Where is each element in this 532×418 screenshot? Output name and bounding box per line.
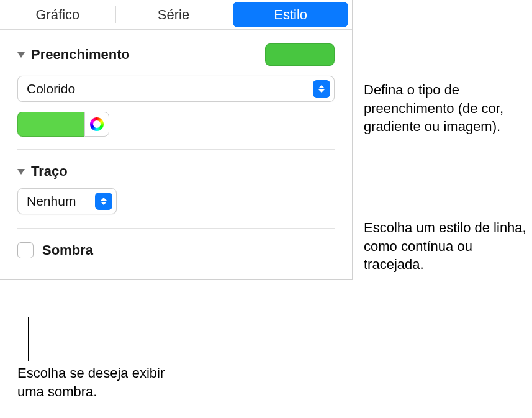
tab-bar: Gráfico Série Estilo	[0, 0, 352, 30]
tab-style-label: Estilo	[274, 7, 307, 23]
callout-shadow: Escolha se deseja exibir uma sombra.	[17, 364, 191, 401]
arrow-down-icon	[318, 89, 325, 93]
stroke-section-title: Traço	[31, 163, 68, 179]
stroke-header-row: Traço	[17, 163, 335, 179]
arrow-up-icon	[318, 85, 325, 88]
fill-header-left: Preenchimento	[17, 47, 130, 63]
callout-line-vertical	[28, 317, 29, 361]
tab-series-label: Série	[158, 7, 189, 23]
fill-swatch-preview[interactable]	[265, 43, 335, 66]
tab-chart[interactable]: Gráfico	[0, 0, 115, 29]
fill-header-row: Preenchimento	[17, 43, 335, 66]
chevron-down-icon[interactable]	[17, 169, 25, 175]
callout-stroke: Escolha um estilo de linha, como contínu…	[364, 219, 528, 274]
popup-arrows-icon	[313, 80, 330, 98]
shadow-checkbox[interactable]	[17, 242, 34, 258]
callout-fill: Defina o tipo de preenchimento (de cor, …	[364, 81, 528, 136]
stroke-style-row: Nenhum	[17, 188, 335, 214]
fill-type-value: Colorido	[27, 81, 75, 96]
panel-body: Preenchimento Colorido Tra	[0, 30, 352, 279]
tab-style[interactable]: Estilo	[233, 2, 348, 27]
arrow-up-icon	[101, 198, 107, 201]
fill-type-popup[interactable]: Colorido	[17, 76, 335, 102]
shadow-label: Sombra	[42, 242, 93, 258]
shadow-row: Sombra	[17, 242, 335, 261]
callout-line	[120, 235, 361, 235]
style-inspector-panel: Gráfico Série Estilo Preenchimento Color…	[0, 0, 353, 280]
fill-type-row: Colorido	[17, 76, 335, 102]
divider	[17, 149, 335, 150]
tab-series[interactable]: Série	[116, 0, 232, 29]
stroke-style-popup[interactable]: Nenhum	[17, 188, 117, 214]
fill-color-well[interactable]	[17, 112, 84, 137]
divider	[17, 228, 335, 229]
tab-chart-label: Gráfico	[35, 7, 79, 23]
chevron-down-icon[interactable]	[17, 52, 25, 58]
stroke-header-left: Traço	[17, 163, 68, 179]
color-wheel-icon	[90, 117, 104, 131]
callout-line	[320, 99, 361, 99]
arrow-down-icon	[101, 202, 107, 205]
fill-color-controls	[17, 112, 335, 137]
color-picker-button[interactable]	[84, 112, 109, 137]
fill-section-title: Preenchimento	[31, 47, 130, 63]
popup-arrows-icon	[95, 193, 112, 210]
stroke-style-value: Nenhum	[27, 194, 76, 209]
